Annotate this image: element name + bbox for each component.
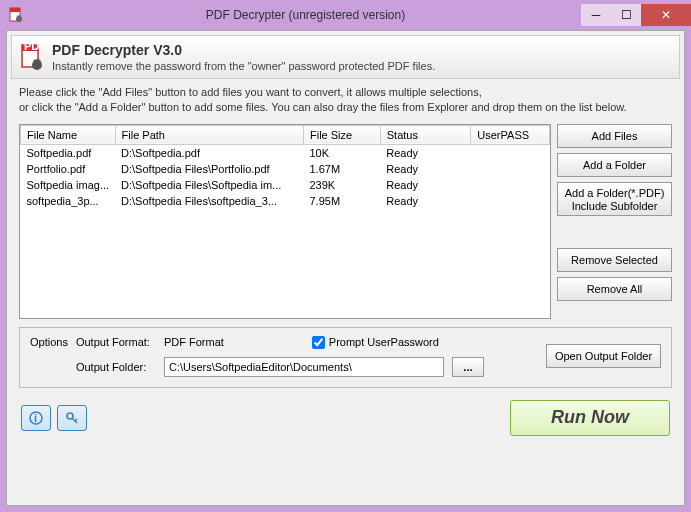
table-row[interactable]: Portfolio.pdfD:\Softpedia Files\Portfoli… — [21, 161, 550, 177]
table-row[interactable]: Softpedia imag...D:\Softpedia Files\Soft… — [21, 177, 550, 193]
app-header: PDF PDF Decrypter V3.0 Instantly remove … — [11, 35, 680, 79]
file-table[interactable]: File Name File Path File Size Status Use… — [19, 124, 551, 319]
remove-all-button[interactable]: Remove All — [557, 277, 672, 301]
add-files-button[interactable]: Add Files — [557, 124, 672, 148]
output-folder-label: Output Folder: — [76, 361, 156, 373]
output-format-value: PDF Format — [164, 336, 224, 348]
maximize-button[interactable]: ☐ — [611, 4, 641, 26]
minimize-button[interactable]: ─ — [581, 4, 611, 26]
remove-selected-button[interactable]: Remove Selected — [557, 248, 672, 272]
options-legend: Options — [30, 336, 68, 377]
run-now-button[interactable]: Run Now — [510, 400, 670, 436]
table-row[interactable]: softpedia_3p...D:\Softpedia Files\softpe… — [21, 193, 550, 209]
app-subtitle: Instantly remove the password from the "… — [52, 60, 435, 72]
window-controls: ─ ☐ ✕ — [581, 4, 691, 26]
svg-line-13 — [75, 419, 77, 421]
main-content: PDF PDF Decrypter V3.0 Instantly remove … — [6, 30, 685, 506]
col-status[interactable]: Status — [380, 125, 471, 144]
svg-point-2 — [16, 16, 22, 22]
add-folder-subfolder-button[interactable]: Add a Folder(*.PDF) Include Subfolder — [557, 182, 672, 216]
output-folder-input[interactable] — [164, 357, 444, 377]
close-button[interactable]: ✕ — [641, 4, 691, 26]
info-icon: i — [29, 411, 43, 425]
open-output-folder-button[interactable]: Open Output Folder — [546, 344, 661, 368]
side-button-panel: Add Files Add a Folder Add a Folder(*.PD… — [557, 124, 672, 319]
key-button[interactable] — [57, 405, 87, 431]
prompt-password-checkbox[interactable]: Prompt UserPassword — [312, 336, 439, 349]
window-title: PDF Decrypter (unregistered version) — [30, 8, 581, 22]
key-icon — [65, 411, 79, 425]
instructions: Please click the "Add Files" button to a… — [11, 79, 680, 120]
info-button[interactable]: i — [21, 405, 51, 431]
col-userpass[interactable]: UserPASS — [471, 125, 550, 144]
svg-text:PDF: PDF — [24, 43, 44, 52]
output-format-label: Output Format: — [76, 336, 156, 348]
options-group: Options Output Format: PDF Format Prompt… — [19, 327, 672, 388]
svg-rect-1 — [10, 8, 20, 12]
add-folder-button[interactable]: Add a Folder — [557, 153, 672, 177]
browse-button[interactable]: ... — [452, 357, 484, 377]
app-icon-small — [8, 7, 24, 23]
titlebar: PDF Decrypter (unregistered version) ─ ☐… — [0, 0, 691, 30]
table-row[interactable]: Softpedia.pdfD:\Softpedia.pdf10KReady — [21, 144, 550, 161]
svg-text:i: i — [34, 412, 37, 424]
footer: i Run Now — [11, 394, 680, 442]
col-filepath[interactable]: File Path — [115, 125, 303, 144]
pdf-lock-icon: PDF — [20, 43, 44, 71]
col-filesize[interactable]: File Size — [304, 125, 381, 144]
app-title: PDF Decrypter V3.0 — [52, 42, 435, 58]
col-filename[interactable]: File Name — [21, 125, 116, 144]
